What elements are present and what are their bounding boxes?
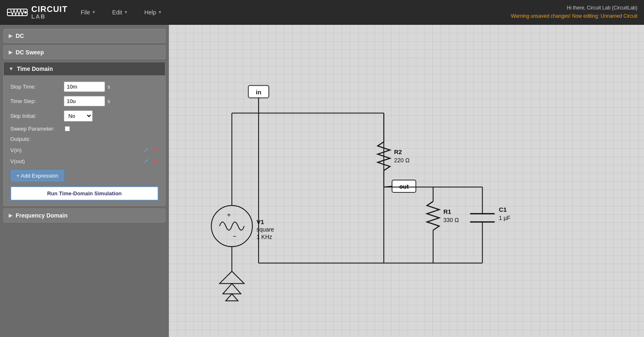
logo-text: CIRCUIT LAB — [31, 5, 68, 20]
frequency-domain-arrow: ▶ — [9, 213, 12, 218]
svg-text:+: + — [227, 211, 231, 218]
help-menu[interactable]: Help ▼ — [141, 7, 166, 17]
svg-text:R1: R1 — [443, 208, 451, 215]
dc-section-header[interactable]: ▶ DC — [3, 29, 166, 43]
frequency-domain-label: Frequency Domain — [16, 212, 68, 219]
svg-text:1 KHz: 1 KHz — [257, 234, 272, 240]
topbar-right: Hi there, Circuit Lab (CircuitLab) Warni… — [511, 4, 637, 20]
stop-time-unit: s — [107, 84, 110, 90]
run-btn-label: Run Time-Domain Simulation — [47, 190, 121, 197]
svg-text:220 Ω: 220 Ω — [394, 157, 410, 164]
time-domain-body: Stop Time: s Time Step: s Skip Initial: … — [3, 76, 166, 206]
output-vin-name: V(in) — [10, 147, 142, 153]
time-domain-arrow: ▼ — [9, 66, 14, 72]
logo-icon — [7, 3, 28, 21]
add-expression-button[interactable]: + Add Expression — [10, 169, 65, 182]
remove-vin-btn[interactable]: ✕ — [152, 145, 159, 155]
svg-text:in: in — [256, 89, 261, 96]
help-menu-arrow: ▼ — [158, 10, 162, 14]
dc-sweep-arrow: ▶ — [9, 49, 12, 55]
stop-time-row: Stop Time: s — [10, 82, 159, 92]
output-vin-actions: ✕ — [142, 145, 159, 155]
svg-text:C1: C1 — [499, 206, 506, 213]
svg-marker-25 — [223, 283, 241, 294]
svg-text:out: out — [399, 183, 408, 190]
output-vout-actions: ✕ — [142, 157, 159, 166]
main-layout: ▶ DC ▶ DC Sweep ▼ Time Domain Stop Time: — [0, 25, 644, 337]
output-vout-name: V(out) — [10, 158, 142, 164]
dc-section-label: DC — [16, 33, 24, 39]
edit-vout-btn[interactable] — [142, 158, 150, 165]
svg-text:R2: R2 — [394, 148, 402, 155]
stop-time-input[interactable] — [64, 82, 105, 92]
svg-text:330 Ω: 330 Ω — [443, 217, 459, 223]
canvas-area[interactable]: in + − V1 square 1 K — [169, 25, 644, 337]
dc-section: ▶ DC — [3, 29, 166, 43]
time-step-unit: s — [107, 98, 110, 104]
edit-vin-btn[interactable] — [142, 147, 150, 154]
topbar: CIRCUIT LAB File ▼ Edit ▼ Help ▼ Hi ther… — [0, 0, 644, 25]
sweep-param-checkbox[interactable] — [65, 126, 70, 131]
svg-marker-24 — [219, 271, 244, 283]
output-item-vout: V(out) ✕ — [10, 156, 159, 167]
circuit-diagram: in + − V1 square 1 K — [169, 25, 644, 337]
logo: CIRCUIT LAB — [7, 3, 68, 21]
sweep-param-label: Sweep Parameter: — [10, 126, 64, 132]
file-menu[interactable]: File ▼ — [77, 7, 99, 17]
svg-marker-26 — [226, 294, 238, 301]
time-step-row: Time Step: s — [10, 96, 159, 106]
svg-text:−: − — [233, 233, 236, 240]
warning-text: Warning unsaved changes! Now editing: Un… — [511, 12, 637, 20]
frequency-domain-section: ▶ Frequency Domain — [3, 208, 166, 222]
time-domain-section: ▼ Time Domain Stop Time: s Time Step: s — [3, 62, 166, 206]
svg-text:V1: V1 — [257, 218, 264, 225]
skip-initial-select[interactable]: No Yes — [64, 110, 93, 122]
time-domain-section-header[interactable]: ▼ Time Domain — [3, 62, 166, 76]
svg-text:1 μF: 1 μF — [499, 215, 510, 221]
edit-icon — [143, 159, 149, 164]
run-simulation-button[interactable]: Run Time-Domain Simulation — [10, 186, 159, 201]
time-domain-section-label: Time Domain — [17, 66, 53, 72]
left-panel: ▶ DC ▶ DC Sweep ▼ Time Domain Stop Time: — [0, 25, 169, 337]
skip-initial-label: Skip Initial: — [10, 113, 64, 119]
sweep-param-row: Sweep Parameter: — [10, 126, 159, 132]
dc-sweep-section: ▶ DC Sweep — [3, 45, 166, 59]
topbar-left: CIRCUIT LAB File ▼ Edit ▼ Help ▼ — [7, 3, 165, 21]
edit-menu[interactable]: Edit ▼ — [109, 7, 131, 17]
outputs-label: Outputs: — [10, 136, 159, 142]
edit-menu-arrow: ▼ — [124, 10, 128, 14]
stop-time-label: Stop Time: — [10, 84, 64, 90]
svg-text:square: square — [257, 226, 274, 233]
outputs-list: V(in) ✕ V(out) — [10, 145, 159, 167]
dc-sweep-section-label: DC Sweep — [16, 49, 44, 56]
output-item-vin: V(in) ✕ — [10, 145, 159, 156]
remove-vout-btn[interactable]: ✕ — [152, 157, 159, 166]
file-menu-arrow: ▼ — [92, 10, 96, 14]
frequency-domain-header[interactable]: ▶ Frequency Domain — [3, 208, 166, 222]
time-step-label: Time Step: — [10, 98, 64, 104]
greeting-text: Hi there, Circuit Lab (CircuitLab) — [511, 4, 637, 12]
time-step-input[interactable] — [64, 96, 105, 106]
skip-initial-row: Skip Initial: No Yes — [10, 110, 159, 122]
dc-arrow: ▶ — [9, 33, 12, 39]
dc-sweep-section-header[interactable]: ▶ DC Sweep — [3, 45, 166, 59]
edit-icon — [143, 147, 149, 153]
add-expression-label: + Add Expression — [16, 173, 58, 179]
